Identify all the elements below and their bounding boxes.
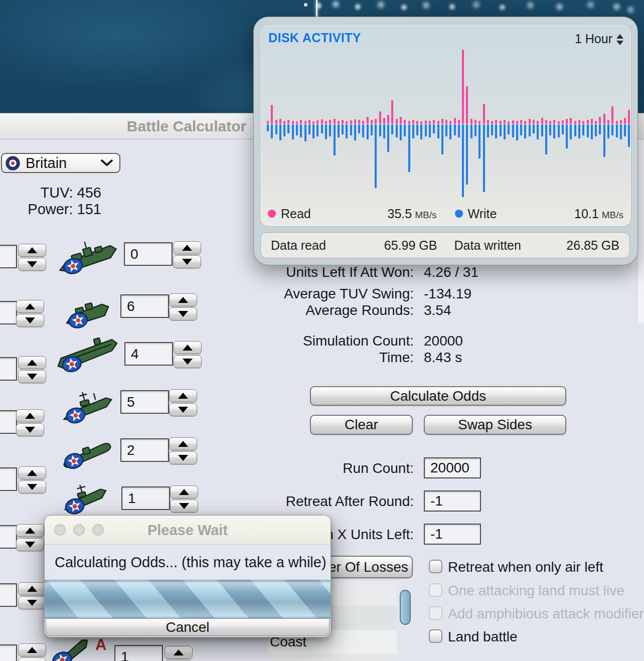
run-count-field[interactable]: 20000 [424, 457, 481, 478]
left-unit-spinner[interactable] [18, 466, 46, 493]
read-bar [441, 119, 443, 124]
unit-count-spinner[interactable] [169, 437, 197, 464]
read-bar [562, 120, 564, 124]
left-unit-spinner[interactable] [16, 409, 44, 436]
unit-icon-cruiser [60, 478, 111, 520]
write-bar [524, 124, 526, 138]
write-bar [425, 124, 427, 136]
left-unit-count-field[interactable] [0, 410, 17, 434]
retreat-x-units-field[interactable]: -1 [424, 524, 481, 545]
period-select-stepper-icon[interactable] [616, 34, 623, 45]
read-bar [595, 121, 597, 124]
write-bar [275, 124, 277, 134]
spinner-up-icon [25, 413, 35, 419]
data-written-label: Data written [454, 238, 521, 253]
chevron-down-icon [100, 159, 113, 167]
retreat-after-round-field[interactable]: -1 [424, 490, 481, 512]
unit-count-field[interactable]: 6 [120, 294, 169, 318]
left-unit-count-field[interactable] [0, 467, 17, 491]
write-bar [342, 124, 344, 134]
read-bar [524, 121, 526, 124]
spinner-up-icon [178, 297, 188, 303]
unit-count-field[interactable]: 1 [121, 486, 170, 510]
left-unit-spinner[interactable] [16, 524, 44, 551]
left-unit-spinner[interactable] [18, 356, 46, 383]
write-bar [529, 124, 531, 136]
read-bar [304, 121, 306, 124]
dialog-titlebar[interactable]: Please Wait [45, 516, 331, 545]
write-bar [574, 124, 576, 136]
one-land-live-checkbox [429, 583, 442, 597]
unit-count-spinner[interactable] [174, 341, 202, 368]
unit-count-field[interactable]: 0 [124, 242, 173, 266]
unit-icon-submarine [58, 431, 116, 475]
cancel-button[interactable]: Cancel [46, 618, 330, 636]
write-bar [325, 124, 327, 139]
dialog-message: Calculating Odds... (this may take a whi… [55, 554, 327, 571]
read-bar [371, 120, 373, 124]
unit-count-spinner[interactable] [173, 241, 201, 268]
left-unit-count-field[interactable] [0, 583, 17, 607]
write-legend-dot-icon [455, 210, 463, 218]
spinner-up-icon [182, 245, 192, 251]
read-bar [342, 120, 344, 124]
stat-label: Average TUV Swing: [201, 286, 414, 302]
write-bar [537, 124, 539, 139]
unit-count-field[interactable]: 2 [120, 438, 169, 462]
read-bar [566, 119, 568, 124]
left-unit-spinner[interactable] [16, 300, 44, 327]
window-scrollbar-track[interactable] [637, 139, 644, 323]
please-wait-dialog: Please Wait Calculating Odds... (this ma… [44, 515, 331, 637]
terrain-list-item[interactable]: Mountain [268, 654, 397, 661]
write-bar [429, 124, 431, 137]
read-bar [458, 120, 460, 124]
terrain-list-scrollbar-thumb[interactable] [400, 590, 411, 625]
read-bar [520, 120, 522, 124]
read-bar [346, 121, 348, 124]
left-unit-count-field[interactable] [0, 245, 17, 268]
unit-count-spinner[interactable] [165, 646, 193, 661]
spinner-down-icon [178, 455, 188, 461]
spinner-down-icon [178, 407, 188, 413]
read-bar [558, 121, 560, 124]
unit-count-field[interactable]: 1 [114, 645, 163, 661]
read-bar [338, 121, 340, 124]
read-bar [616, 121, 618, 124]
read-bar [449, 121, 451, 124]
unit-count-field[interactable]: 5 [120, 390, 169, 414]
left-unit-spinner[interactable] [18, 582, 46, 609]
left-unit-count-field[interactable] [0, 357, 17, 381]
write-bar [533, 124, 535, 133]
amphibious-badge: A [95, 636, 106, 654]
unit-count-spinner[interactable] [169, 293, 197, 320]
read-bar [549, 121, 551, 124]
write-bar [595, 124, 597, 136]
left-unit-count-field[interactable] [0, 301, 17, 324]
swap-sides-button[interactable]: Swap Sides [424, 415, 566, 435]
unit-count-field[interactable]: 4 [124, 342, 173, 366]
retreat-air-checkbox[interactable] [429, 560, 442, 573]
left-unit-spinner[interactable] [18, 643, 46, 661]
left-unit-count-field[interactable] [0, 644, 17, 661]
left-unit-spinner[interactable] [18, 244, 46, 271]
stat-value: -134.19 [424, 286, 471, 302]
left-unit-count-field[interactable] [0, 525, 17, 549]
period-select-value[interactable]: 1 Hour [575, 32, 612, 46]
spinner-up-icon [25, 303, 35, 309]
read-bar [396, 119, 398, 124]
clear-button[interactable]: Clear [310, 415, 413, 435]
calculate-odds-button[interactable]: Calculate Odds [310, 386, 566, 406]
write-bar [491, 124, 493, 135]
spinner-down-icon [27, 374, 37, 380]
write-bar [267, 124, 269, 131]
read-rate-value: 35.5 [388, 207, 412, 221]
write-bar [312, 124, 314, 138]
player-select-dropdown[interactable]: Britain [1, 153, 120, 173]
unit-count-spinner[interactable] [170, 485, 198, 513]
spinner-down-icon [27, 261, 37, 267]
unit-count-spinner[interactable] [169, 389, 197, 416]
write-bar [508, 124, 510, 134]
read-rate-unit: MB/s [415, 210, 436, 221]
land-battle-checkbox[interactable] [429, 629, 442, 643]
read-bar [545, 120, 547, 124]
